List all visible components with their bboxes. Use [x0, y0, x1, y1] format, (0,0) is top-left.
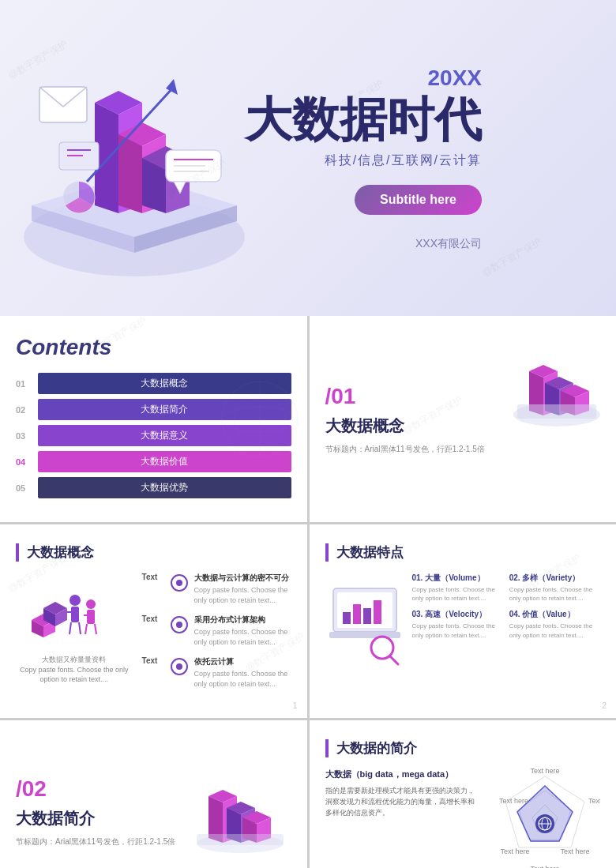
svg-line-50	[69, 622, 71, 634]
concept-item-3-label: Text	[142, 656, 164, 665]
svg-line-65	[390, 656, 398, 664]
hero-company: XXX有限公司	[415, 237, 482, 251]
feature-item-volume: 01. 大量（Volume） Copy paste fonts. Choose …	[412, 573, 503, 603]
intro-text-block: 大数据（big data，mega data） 指的是需要新处理模式才能具有更强…	[325, 768, 479, 868]
svg-line-55	[85, 624, 87, 634]
section-01-title: 大数据概念	[325, 415, 485, 437]
hero-title: 大数据时代	[245, 94, 482, 146]
slide-page-num: 1	[292, 701, 297, 710]
slides-grid: Contents 01 大数据概念 02 大数据简介 03 大数据意义 04	[0, 316, 616, 868]
hero-text-block: 20XX 大数据时代 科技/信息/互联网/云计算 Subtitle here X…	[245, 66, 529, 251]
slide-features: 大数据特点	[310, 524, 617, 718]
concept-item-2: Text 采用分布式计算架构 Copy paste fonts. Choose …	[142, 614, 291, 647]
svg-line-51	[79, 622, 81, 634]
features-items: 01. 大量（Volume） Copy paste fonts. Choose …	[412, 573, 601, 640]
hero-year: 20XX	[428, 66, 483, 91]
svg-rect-62	[374, 600, 381, 624]
concept-item-3: Text 依托云计算 Copy paste fonts. Choose the …	[142, 656, 291, 689]
slide-concept: 大数据概念	[0, 524, 307, 718]
section-02-illustration	[189, 768, 291, 855]
hero-illustration	[16, 24, 284, 284]
map-decoration	[197, 372, 307, 467]
concept-body: 大数据又称量量资料Copy paste fonts. Choose the on…	[16, 573, 291, 699]
svg-rect-40	[517, 404, 596, 419]
contents-num-1: 01	[16, 379, 38, 389]
svg-text:Text here: Text here	[500, 847, 529, 855]
svg-text:Text here: Text here	[588, 797, 600, 805]
slide-section-01: /01 大数据概念 节标题内：Arial黑体11号发色，行距1.2-1.5倍	[310, 316, 617, 522]
svg-line-56	[95, 624, 96, 634]
feature-item-velocity: 03. 高速（Velocity） Copy paste fonts. Choos…	[412, 609, 503, 639]
svg-point-47	[69, 595, 81, 606]
svg-rect-76	[197, 834, 284, 845]
concept-item-3-circle	[171, 658, 188, 675]
features-grid: 01. 大量（Volume） Copy paste fonts. Choose …	[412, 573, 601, 671]
concept-item-1: Text 大数据与云计算的密不可分 Copy paste fonts. Choo…	[142, 573, 291, 605]
section-02-subtitle: 节标题内：Arial黑体11号发色，行距1.2-1.5倍	[16, 836, 175, 847]
feature-item-variety: 02. 多样（Variety） Copy paste fonts. Choose…	[509, 573, 600, 603]
svg-rect-60	[353, 604, 361, 624]
section-01-illustration	[505, 340, 608, 419]
section-02-num: /02	[16, 776, 175, 802]
radar-chart: Text here Text here Text here Text here …	[490, 768, 600, 868]
slide-features-page: 2	[602, 701, 607, 710]
svg-point-52	[86, 599, 96, 609]
concept-item-3-text: 依托云计算 Copy paste fonts. Choose the only …	[194, 656, 291, 689]
contents-num-4: 04	[16, 457, 38, 467]
intro-title: 大数据的简介	[325, 739, 601, 757]
section-01-text: /01 大数据概念 节标题内：Arial黑体11号发色，行距1.2-1.5倍	[325, 384, 485, 455]
section-02-title: 大数据简介	[16, 808, 175, 829]
slide-contents: Contents 01 大数据概念 02 大数据简介 03 大数据意义 04	[0, 316, 307, 522]
concept-item-2-circle	[171, 616, 188, 633]
svg-rect-48	[71, 607, 79, 622]
contents-label-5: 大数据优势	[38, 477, 291, 498]
contents-num-2: 02	[16, 405, 38, 415]
hero-badge: Subtitle here	[355, 185, 482, 215]
intro-body-wrap: 大数据（big data，mega data） 指的是需要新处理模式才能具有更强…	[325, 768, 601, 868]
section-01-subtitle: 节标题内：Arial黑体11号发色，行距1.2-1.5倍	[325, 443, 485, 455]
slide-hero: 20XX 大数据时代 科技/信息/互联网/云计算 Subtitle here X…	[0, 0, 616, 316]
svg-text:Text here: Text here	[499, 797, 528, 805]
intro-def-body: 指的是需要新处理模式才能具有更强的决策力，洞察发现力和流程优化能力的海量，高增长…	[325, 785, 479, 819]
svg-text:Text here: Text here	[530, 768, 559, 775]
contents-num-3: 03	[16, 431, 38, 441]
intro-def-title: 大数据（big data，mega data）	[325, 768, 479, 780]
concept-figure-caption: 大数据又称量量资料Copy paste fonts. Choose the on…	[16, 655, 133, 685]
svg-rect-63	[329, 632, 400, 638]
slide-intro: 大数据的简介 大数据（big data，mega data） 指的是需要新处理模…	[310, 720, 617, 868]
svg-rect-53	[87, 610, 95, 624]
concept-item-2-text: 采用分布式计算架构 Copy paste fonts. Choose the o…	[194, 614, 291, 647]
concept-item-2-label: Text	[142, 614, 164, 623]
section-01-num: /01	[325, 384, 485, 409]
svg-rect-59	[343, 612, 351, 624]
contents-num-5: 05	[16, 483, 38, 493]
svg-marker-8	[118, 134, 142, 213]
svg-text:Text here: Text here	[530, 865, 559, 868]
concept-figure: 大数据又称量量资料Copy paste fonts. Choose the on…	[16, 573, 133, 699]
contents-title: Contents	[16, 335, 291, 360]
svg-text:Text here: Text here	[560, 847, 589, 855]
features-title: 大数据特点	[325, 543, 601, 562]
concept-title: 大数据概念	[16, 543, 291, 562]
svg-rect-61	[363, 608, 371, 624]
slide-section-02: /02 大数据简介 节标题内：Arial黑体11号发色，行距1.2-1.5倍	[0, 720, 307, 868]
concept-item-1-circle	[171, 574, 188, 592]
contents-item-5: 05 大数据优势	[16, 477, 291, 498]
features-illustration	[325, 573, 404, 671]
concept-items-list: Text 大数据与云计算的密不可分 Copy paste fonts. Choo…	[142, 573, 291, 699]
section-02-text: /02 大数据简介 节标题内：Arial黑体11号发色，行距1.2-1.5倍	[16, 776, 175, 847]
hero-subtitle: 科技/信息/互联网/云计算	[325, 152, 482, 169]
features-body: 01. 大量（Volume） Copy paste fonts. Choose …	[325, 573, 601, 671]
concept-item-1-label: Text	[142, 573, 164, 581]
concept-item-1-text: 大数据与云计算的密不可分 Copy paste fonts. Choose th…	[194, 573, 291, 605]
feature-item-value: 04. 价值（Value） Copy paste fonts. Choose t…	[509, 609, 600, 639]
